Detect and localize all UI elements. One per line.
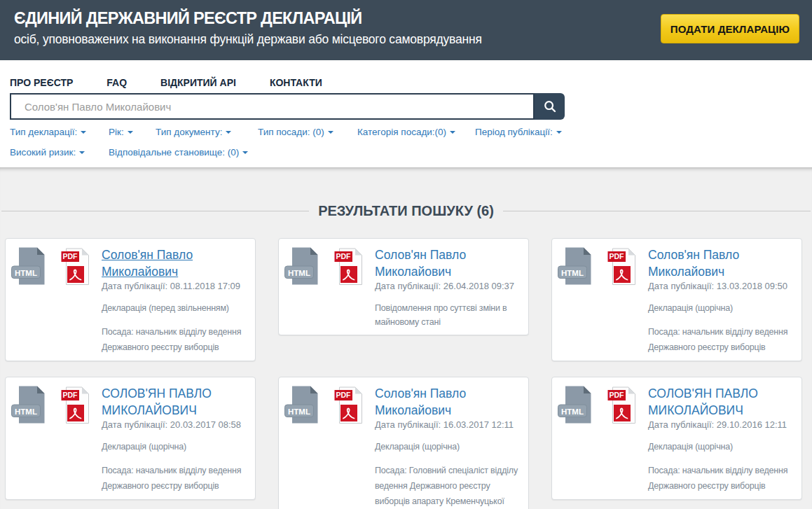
heading-line-left <box>1 211 309 211</box>
declarant-position: Посада: начальник відділу ведення Держав… <box>648 463 794 494</box>
declaration-type: Декларація (щорічна) <box>648 301 794 315</box>
card-file-icons: HTML PDF <box>16 385 102 424</box>
svg-text:PDF: PDF <box>63 252 78 260</box>
filter-position-type[interactable]: Тип посади: (0) <box>258 126 357 139</box>
card-file-icons: HTML PDF <box>289 385 375 424</box>
svg-text:HTML: HTML <box>561 407 584 416</box>
svg-text:PDF: PDF <box>63 391 78 399</box>
publication-date: Дата публікації: 08.11.2018 17:09 <box>102 280 247 293</box>
nav-open-api[interactable]: ВІДКРИТИЙ АРІ <box>160 77 236 88</box>
pdf-file-icon[interactable]: PDF <box>607 248 635 285</box>
html-file-icon[interactable]: HTML <box>284 386 318 424</box>
declaration-type: Декларація (щорічна) <box>648 440 794 454</box>
publication-date: Дата публікації: 29.10.2016 12:11 <box>648 419 794 431</box>
caret-down-icon <box>79 151 85 154</box>
page-title: ЄДИНИЙ ДЕРЖАВНИЙ РЕЄСТР ДЕКЛАРАЦІЙ <box>14 8 482 29</box>
caret-down-icon <box>556 131 562 134</box>
pdf-file-icon[interactable]: PDF <box>334 386 362 424</box>
card-body: СОЛОВ'ЯН ПАВЛО МИКОЛАЙОВИЧ Дата публікац… <box>102 385 247 494</box>
svg-text:PDF: PDF <box>336 252 352 260</box>
declarant-position: Посада: начальник відділу ведення Держав… <box>102 324 247 355</box>
caret-down-icon <box>328 131 333 134</box>
svg-text:HTML: HTML <box>15 269 37 277</box>
site-header: ЄДИНИЙ ДЕРЖАВНИЙ РЕЄСТР ДЕКЛАРАЦІЙ осіб,… <box>0 0 812 60</box>
submit-declaration-button[interactable]: ПОДАТИ ДЕКЛАРАЦІЮ <box>661 14 799 43</box>
svg-text:PDF: PDF <box>610 252 625 260</box>
result-card: HTML PDF Солов'ян Павло Миколайович Дата… <box>278 377 529 509</box>
pdf-file-icon[interactable]: PDF <box>61 248 89 285</box>
declarant-name-link[interactable]: Солов'ян Павло Миколайович <box>648 246 771 280</box>
card-body: Солов'ян Павло Миколайович Дата публікац… <box>648 246 794 355</box>
filter-declaration-type[interactable]: Тип декларації: <box>10 126 109 139</box>
toolbar: ПРО РЕЄСТР FAQ ВІДКРИТИЙ АРІ КОНТАКТИ Ти… <box>0 77 812 159</box>
html-file-icon[interactable]: HTML <box>558 386 591 424</box>
results-grid: HTML PDF Солов'ян Павло Миколайович Дата… <box>5 238 802 509</box>
svg-text:PDF: PDF <box>610 391 625 399</box>
results-heading: РЕЗУЛЬТАТИ ПОШУКУ (6) <box>0 203 812 219</box>
pdf-file-icon[interactable]: PDF <box>607 386 635 424</box>
filter-document-type[interactable]: Тип документу: <box>156 126 258 139</box>
html-file-icon[interactable]: HTML <box>558 247 591 285</box>
caret-down-icon <box>81 131 86 134</box>
caret-down-icon <box>128 131 133 134</box>
results-section: РЕЗУЛЬТАТИ ПОШУКУ (6) HTML PDF Солов'ян … <box>0 167 812 509</box>
nav-contacts[interactable]: КОНТАКТИ <box>270 77 322 88</box>
filter-position-category[interactable]: Категорія посади:(0) <box>357 126 475 139</box>
declaration-type: Декларація (щорічна) <box>102 440 247 454</box>
html-file-icon[interactable]: HTML <box>11 386 45 424</box>
svg-text:HTML: HTML <box>288 269 310 277</box>
svg-text:HTML: HTML <box>288 407 310 416</box>
card-file-icons: HTML PDF <box>563 385 648 424</box>
declarant-position: Посада: начальник відділу ведення Держав… <box>648 324 794 355</box>
filters-row-2: Високий ризик: Відповідальне становище: … <box>10 146 802 159</box>
svg-text:HTML: HTML <box>15 407 37 416</box>
nav-about-register[interactable]: ПРО РЕЄСТР <box>10 77 73 88</box>
result-card: HTML PDF Солов'ян Павло Миколайович Дата… <box>278 238 529 335</box>
publication-date: Дата публікації: 16.03.2017 12:11 <box>375 419 521 431</box>
pdf-file-icon[interactable]: PDF <box>61 386 89 424</box>
search-bar <box>10 93 802 120</box>
card-body: СОЛОВ'ЯН ПАВЛО МИКОЛАЙОВИЧ Дата публікац… <box>648 385 794 494</box>
html-file-icon[interactable]: HTML <box>284 247 318 285</box>
filters-row-1: Тип декларації: Рік: Тип документу: Тип … <box>10 126 802 139</box>
publication-date: Дата публікації: 13.03.2018 09:50 <box>648 280 794 293</box>
caret-down-icon <box>226 131 231 134</box>
filter-year[interactable]: Рік: <box>109 126 156 139</box>
declarant-name-link[interactable]: Солов'ян Павло Миколайович <box>102 246 224 280</box>
filter-responsible-position[interactable]: Відповідальне становище: (0) <box>109 146 248 159</box>
declarant-name-link[interactable]: Солов'ян Павло Миколайович <box>375 246 497 280</box>
header-titles: ЄДИНИЙ ДЕРЖАВНИЙ РЕЄСТР ДЕКЛАРАЦІЙ осіб,… <box>14 8 482 47</box>
publication-date: Дата публікації: 26.04.2018 09:37 <box>375 280 521 293</box>
declarant-name-link[interactable]: СОЛОВ'ЯН ПАВЛО МИКОЛАЙОВИЧ <box>102 385 224 419</box>
html-file-icon[interactable]: HTML <box>11 247 45 285</box>
search-icon <box>543 99 557 113</box>
pdf-file-icon[interactable]: PDF <box>334 248 362 285</box>
declarant-name-link[interactable]: Солов'ян Павло Миколайович <box>375 385 497 419</box>
filter-publication-period[interactable]: Період публікації: <box>475 126 562 139</box>
result-card: HTML PDF Солов'ян Павло Миколайович Дата… <box>551 238 802 361</box>
caret-down-icon <box>450 131 455 134</box>
declaration-type: Декларація (перед звільненням) <box>102 301 247 315</box>
search-button[interactable] <box>535 93 565 120</box>
card-body: Солов'ян Павло Миколайович Дата публікац… <box>375 246 521 329</box>
declarant-name-link[interactable]: СОЛОВ'ЯН ПАВЛО МИКОЛАЙОВИЧ <box>648 385 771 419</box>
card-file-icons: HTML PDF <box>16 246 102 286</box>
svg-text:PDF: PDF <box>336 391 352 399</box>
page-subtitle: осіб, уповноважених на виконання функцій… <box>14 32 482 47</box>
search-input[interactable] <box>10 93 535 120</box>
caret-down-icon <box>242 151 248 154</box>
result-card: HTML PDF СОЛОВ'ЯН ПАВЛО МИКОЛАЙОВИЧ Дата… <box>5 377 256 500</box>
nav-faq[interactable]: FAQ <box>106 77 127 88</box>
card-file-icons: HTML PDF <box>563 246 648 286</box>
results-title: РЕЗУЛЬТАТИ ПОШУКУ (6) <box>318 203 494 219</box>
heading-line-right <box>503 211 811 211</box>
card-body: Солов'ян Павло Миколайович Дата публікац… <box>375 385 521 509</box>
filter-high-risk[interactable]: Високий ризик: <box>10 146 109 159</box>
result-card: HTML PDF Солов'ян Павло Миколайович Дата… <box>5 238 256 361</box>
publication-date: Дата публікації: 20.03.2017 08:58 <box>102 419 247 431</box>
declarant-position: Посада: начальник відділу ведення Держав… <box>102 463 247 494</box>
result-card: HTML PDF СОЛОВ'ЯН ПАВЛО МИКОЛАЙОВИЧ Дата… <box>551 377 802 500</box>
card-file-icons: HTML PDF <box>289 246 375 286</box>
declaration-type: Повідомлення про суттєві зміни в майново… <box>375 301 521 329</box>
main-nav: ПРО РЕЄСТР FAQ ВІДКРИТИЙ АРІ КОНТАКТИ <box>10 77 802 88</box>
